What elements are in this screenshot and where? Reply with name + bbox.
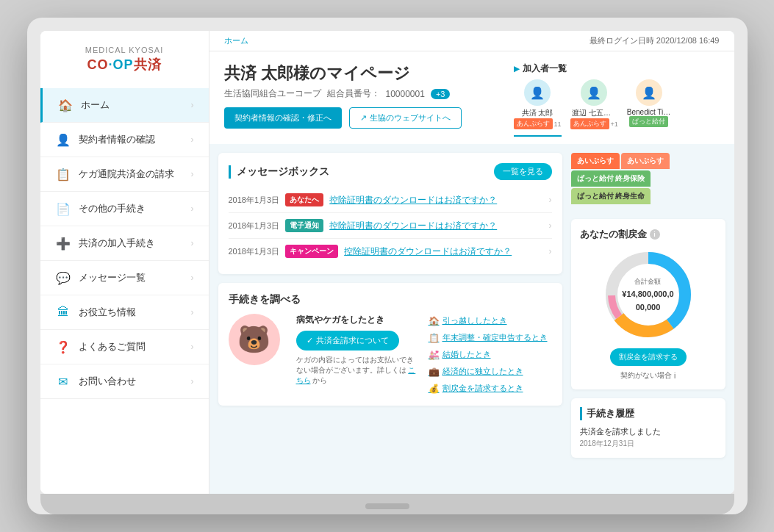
sidebar-item-label: ケガ通院共済金の請求 <box>79 168 191 181</box>
history-item: 共済金を請求しました <box>580 426 717 437</box>
sidebar-item-join[interactable]: ➕ 共済の加入手続き › <box>40 226 209 261</box>
mascot-area: 🐻 <box>229 314 287 395</box>
sidebar-item-injury[interactable]: 📋 ケガ通院共済金の請求 › <box>40 157 209 192</box>
sidebar-item-label: よくあるご質問 <box>79 340 191 353</box>
sidebar-item-messages[interactable]: 💬 メッセージ一覧 › <box>40 261 209 295</box>
sidebar-item-label: お問い合わせ <box>79 375 191 388</box>
sidebar-item-other[interactable]: 📄 その他の手続き › <box>40 192 209 226</box>
avatar-icon-0: 👤 <box>524 79 551 106</box>
arrow-icon-2: › <box>549 246 552 256</box>
badge-label-0: あんぷらす <box>514 118 553 129</box>
breadcrumb: ホーム <box>224 35 248 46</box>
message-text-0: 控除証明書のダウンロードはお済ですか？ <box>329 194 542 206</box>
last-login: 最終ログイン日時 2020/12/08 16:49 <box>590 35 720 46</box>
rebate-button[interactable]: 割戻金を請求する <box>610 348 687 366</box>
member-info: 生活協同組合ユーコープ 組合員番号： 10000001 +3 <box>224 87 462 100</box>
arrow-icon: › <box>191 134 194 145</box>
link-text-2: 結婚したとき <box>442 349 491 360</box>
see-all-button[interactable]: 一覧を見る <box>494 163 552 180</box>
procedure-note: ケガの内容によってはお支払いできない場合がございます。詳しくは こちら から <box>296 355 420 386</box>
donut-chart: 合計金額 ¥14,800,000,000,000 <box>601 247 696 342</box>
laptop-bottom <box>40 494 734 514</box>
no-contract-info-icon[interactable]: i <box>674 372 676 380</box>
arrow-icon-1: › <box>549 220 552 231</box>
member-avatar-0[interactable]: 👤 共済 太郎 あんぷらす 11 <box>514 79 562 137</box>
procedure-card: 手続きを調べる 🐻 病気やケガをしたとき ✓ <box>218 283 562 406</box>
arrow-icon: › <box>191 204 194 214</box>
no-contract: 契約がない場合 i <box>580 370 717 381</box>
member-number: 10000001 <box>386 89 425 99</box>
procedure-link-2[interactable]: 💒 結婚したとき <box>429 348 552 362</box>
donut-amount: ¥14,800,000,000,000 <box>622 290 673 312</box>
plan-tab-1[interactable]: あいぷらす <box>621 153 670 169</box>
plan-tab-3[interactable]: ぱっと給付 終身生命 <box>571 188 651 204</box>
sidebar-item-contact[interactable]: ✉ お問い合わせ › <box>40 364 209 399</box>
sidebar-item-label: 共済の加入手続き <box>79 237 191 250</box>
badge-label-1: あんぷらす <box>570 118 609 129</box>
sidebar-item-faq[interactable]: ❓ よくあるご質問 › <box>40 330 209 364</box>
rebate-info-icon[interactable]: i <box>650 229 660 240</box>
message-list: 2018年1月3日 あなたへ 控除証明書のダウンロードはお済ですか？ › 201… <box>229 187 552 264</box>
history-title: 手続き履歴 <box>580 407 717 420</box>
link-icon-4: 💰 <box>429 384 440 394</box>
plan-tabs: あいぷらす あいぷらす ぱっと給付 終身保険 ぱっと給付 終身生命 <box>571 153 725 204</box>
laptop-notch <box>365 503 409 509</box>
link-text-4: 割戻金を請求するとき <box>442 383 523 394</box>
arrow-icon: › <box>191 342 194 352</box>
person-icon: 👤 <box>55 132 71 148</box>
document-icon: 📄 <box>55 201 71 217</box>
sidebar-item-info[interactable]: 🏛 お役立ち情報 › <box>40 295 209 330</box>
procedure-link-0[interactable]: 🏠 引っ越ししたとき <box>429 314 552 328</box>
logo-area: MEDICAL KYOSAI CO·OP共済 <box>40 38 209 88</box>
content-grid: メッセージボックス 一覧を見る 2018年1月3日 あなたへ 控除証明書のダウン… <box>209 144 734 494</box>
left-col: メッセージボックス 一覧を見る 2018年1月3日 あなたへ 控除証明書のダウン… <box>218 153 562 485</box>
link-text-1: 年末調整・確定申告するとき <box>442 332 548 343</box>
plan-tab-0[interactable]: あいぷらす <box>571 153 620 169</box>
confirm-button[interactable]: 契約者情報の確認・修正へ <box>224 107 342 129</box>
rebate-card: あなたの割戻金 i <box>571 219 725 389</box>
member-avatar-2[interactable]: 👤 Benedict Timot… ぱっと給付 <box>627 79 671 137</box>
website-button[interactable]: ↗ 生協のウェブサイトへ <box>349 107 462 129</box>
arrow-icon: › <box>191 307 194 317</box>
message-tag-0: あなたへ <box>285 193 323 206</box>
org-name: 生活協同組合ユーコープ <box>224 87 321 100</box>
message-box-header: メッセージボックス 一覧を見る <box>229 163 552 180</box>
avatar-icon-2: 👤 <box>636 79 662 106</box>
message-date-1: 2018年1月3日 <box>229 220 280 231</box>
message-item-0[interactable]: 2018年1月3日 あなたへ 控除証明書のダウンロードはお済ですか？ › <box>229 187 552 213</box>
building-icon: 🏛 <box>55 304 71 320</box>
avatar-badge-0: あんぷらす 11 <box>514 118 562 129</box>
member-avatar-1[interactable]: 👤 渡辺 七五三吉… あんぷらす +1 <box>570 79 618 137</box>
link-icon-1: 📋 <box>429 333 440 343</box>
member-tabs-section: 加入者一覧 👤 共済 太郎 あんぷらす 11 <box>514 62 720 137</box>
rebate-title-text: あなたの割戻金 <box>580 228 647 241</box>
sidebar-item-label: メッセージ一覧 <box>79 271 191 284</box>
procedure-links: 🏠 引っ越ししたとき 📋 年末調整・確定申告するとき 💒 <box>429 314 552 395</box>
question-icon: ❓ <box>55 339 71 355</box>
history-date: 2018年12月31日 <box>580 439 717 449</box>
link-text-3: 経済的に独立したとき <box>442 366 523 377</box>
message-item-1[interactable]: 2018年1月3日 電子通知 控除証明書のダウンロードはお済ですか？ › <box>229 213 552 239</box>
note-text: ケガの内容によってはお支払いできない場合がございます。詳しくは <box>296 356 414 374</box>
website-button-label: 生協のウェブサイトへ <box>370 112 451 123</box>
procedure-header: 手続きを調べる <box>229 293 552 306</box>
arrow-icon: › <box>191 238 194 248</box>
sidebar-item-label: お役立ち情報 <box>79 306 191 319</box>
avatar-icon-1: 👤 <box>581 79 607 106</box>
logo-tagline: MEDICAL KYOSAI <box>55 46 194 54</box>
procedure-link-3[interactable]: 💼 経済的に独立したとき <box>429 364 552 378</box>
page-title: 共済 太郎様のマイページ <box>224 62 462 85</box>
message-date-0: 2018年1月3日 <box>229 195 280 206</box>
sidebar-item-contract[interactable]: 👤 契約者情報の確認 › <box>40 123 209 157</box>
clipboard-icon: 📋 <box>55 166 71 182</box>
plan-tab-2[interactable]: ぱっと給付 終身保険 <box>571 170 651 187</box>
more-badge: +3 <box>431 89 451 99</box>
right-col: あいぷらす あいぷらす ぱっと給付 終身保険 ぱっと給付 終身生命 あなたの割戻… <box>571 153 725 485</box>
procedure-link-4[interactable]: 💰 割戻金を請求するとき <box>429 381 552 395</box>
procedure-link-1[interactable]: 📋 年末調整・確定申告するとき <box>429 331 552 345</box>
sidebar-item-home[interactable]: 🏠 ホーム › <box>40 88 209 123</box>
member-avatars: 👤 共済 太郎 あんぷらす 11 👤 渡辺 七五三吉… <box>514 79 720 137</box>
claim-button[interactable]: ✓ 共済金請求について <box>296 331 399 351</box>
message-item-2[interactable]: 2018年1月3日 キャンペーン 控除証明書のダウンロードはお済ですか？ › <box>229 239 552 264</box>
badge-label-2: ぱっと給付 <box>629 116 668 127</box>
